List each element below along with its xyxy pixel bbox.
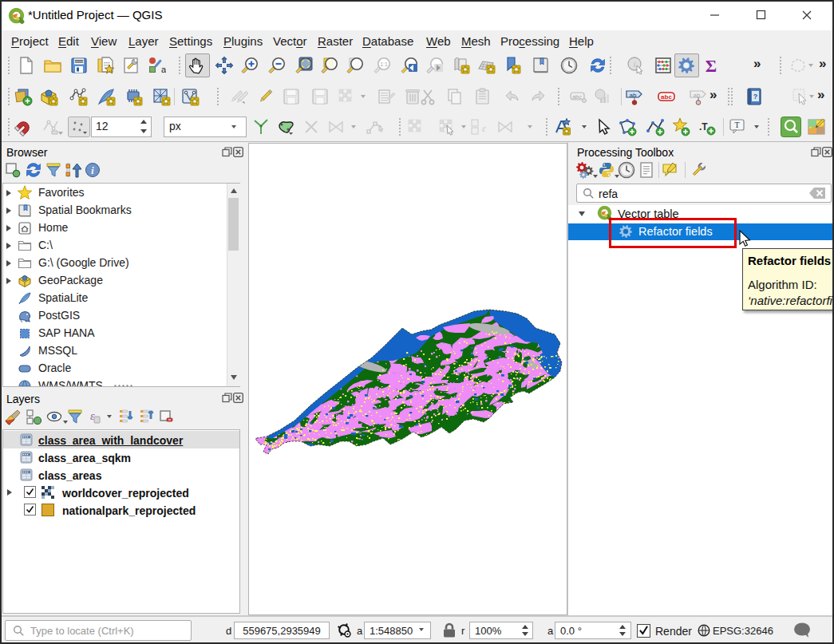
svg-text:Σ: Σ [706,56,717,75]
svg-text:T: T [734,121,739,129]
svg-text:ab: ab [694,92,701,99]
svg-text:a: a [161,65,166,74]
svg-text:abc: abc [572,93,582,101]
svg-text:ε: ε [482,122,487,134]
svg-text:?: ? [753,93,758,101]
svg-text:abc: abc [661,93,672,101]
svg-text:i: i [633,59,635,69]
svg-text:1:1: 1:1 [380,61,388,67]
svg-text:ab: ab [630,92,637,99]
